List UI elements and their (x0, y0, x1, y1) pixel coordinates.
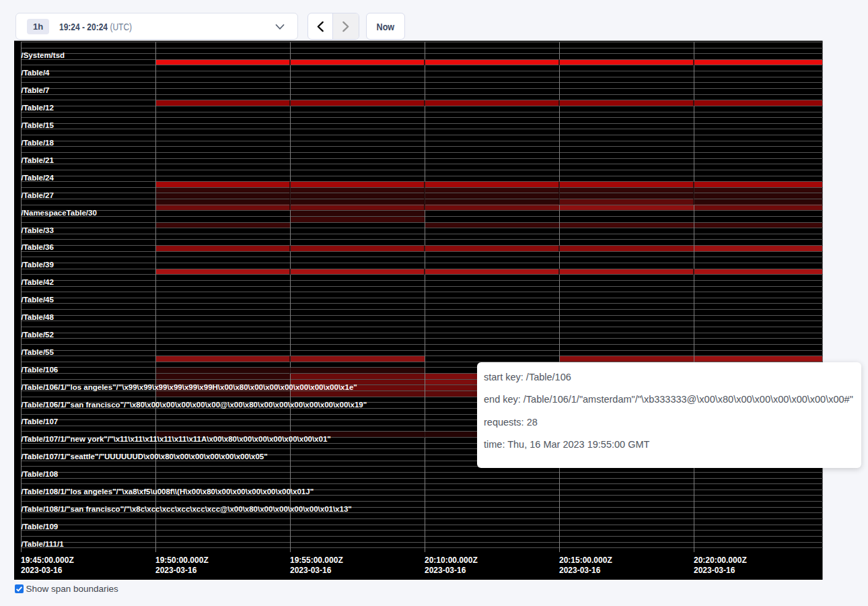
svg-text:/Table/108/1/"san francisco"/": /Table/108/1/"san francisco"/"\x8c\xcc\x… (22, 505, 352, 513)
svg-text:2023-03-16: 2023-03-16 (155, 566, 197, 575)
svg-text:/Table/107/1/"seattle"/"UUUUUU: /Table/107/1/"seattle"/"UUUUUUD\x00\x80\… (22, 452, 268, 461)
svg-text:/Table/106: /Table/106 (22, 366, 59, 374)
svg-text:/Table/4: /Table/4 (22, 69, 50, 77)
svg-text:/Table/109: /Table/109 (22, 523, 59, 531)
svg-text:20:15:00.000Z: 20:15:00.000Z (559, 556, 612, 565)
svg-text:/Table/18: /Table/18 (22, 139, 55, 147)
svg-text:/Table/107/1/"new york"/"\x11\: /Table/107/1/"new york"/"\x11\x11\x11\x1… (22, 435, 331, 443)
svg-text:/Table/111/1: /Table/111/1 (22, 540, 65, 548)
svg-text:/System/tsd: /System/tsd (22, 51, 65, 59)
svg-text:2023-03-16: 2023-03-16 (559, 566, 601, 575)
svg-text:/Table/48: /Table/48 (22, 313, 55, 321)
svg-text:/Table/108/1/"los angeles"/"\x: /Table/108/1/"los angeles"/"\xa8\xf5\u00… (22, 487, 314, 496)
svg-text:/Table/33: /Table/33 (22, 226, 54, 234)
svg-text:/Table/106/1/"san francisco"/": /Table/106/1/"san francisco"/"\x80\x00\x… (22, 401, 367, 409)
svg-text:2023-03-16: 2023-03-16 (290, 566, 332, 575)
svg-text:/Table/39: /Table/39 (22, 261, 54, 269)
svg-text:/Table/106/1/"los angeles"/"\x: /Table/106/1/"los angeles"/"\x99\x99\x99… (22, 383, 357, 391)
svg-text:/Table/27: /Table/27 (22, 191, 54, 199)
svg-text:19:55:00.000Z: 19:55:00.000Z (290, 556, 343, 565)
svg-text:/Table/24: /Table/24 (22, 174, 55, 182)
svg-text:20:20:00.000Z: 20:20:00.000Z (694, 556, 747, 565)
svg-text:/Table/7: /Table/7 (22, 86, 50, 94)
svg-text:19:45:00.000Z: 19:45:00.000Z (21, 556, 74, 565)
svg-text:2023-03-16: 2023-03-16 (21, 566, 63, 575)
svg-text:/Table/45: /Table/45 (22, 296, 55, 304)
svg-text:/Table/55: /Table/55 (22, 348, 55, 356)
svg-text:2023-03-16: 2023-03-16 (425, 566, 466, 575)
svg-text:2023-03-16: 2023-03-16 (694, 566, 735, 575)
svg-text:/Table/21: /Table/21 (22, 156, 55, 164)
svg-text:/Table/15: /Table/15 (22, 121, 55, 129)
svg-text:/Table/42: /Table/42 (22, 278, 54, 286)
svg-text:/NamespaceTable/30: /NamespaceTable/30 (22, 209, 97, 217)
svg-text:20:10:00.000Z: 20:10:00.000Z (425, 556, 478, 565)
svg-text:/Table/107: /Table/107 (22, 417, 59, 426)
svg-text:/Table/108: /Table/108 (22, 470, 59, 478)
svg-text:19:50:00.000Z: 19:50:00.000Z (155, 556, 209, 565)
svg-text:/Table/12: /Table/12 (22, 104, 54, 112)
svg-text:/Table/36: /Table/36 (22, 243, 54, 251)
svg-text:/Table/52: /Table/52 (22, 331, 54, 339)
